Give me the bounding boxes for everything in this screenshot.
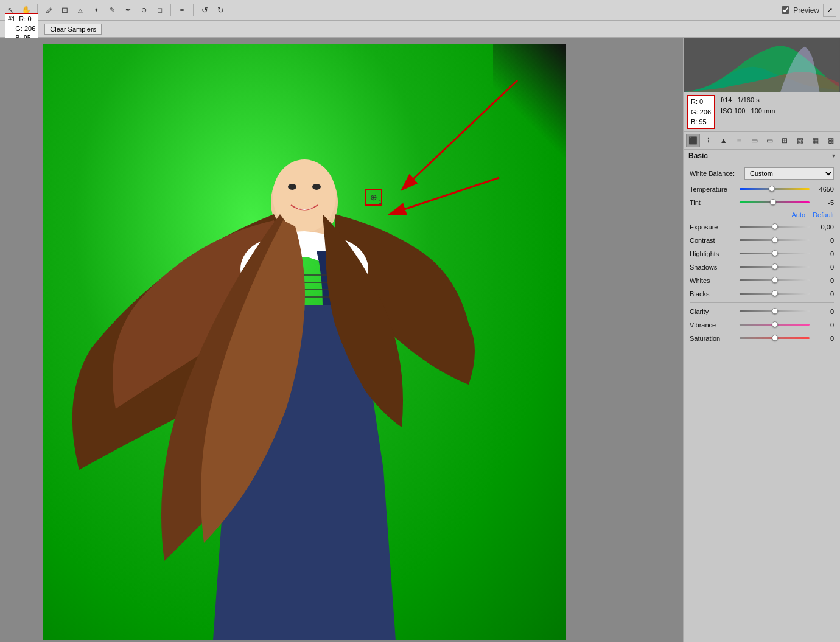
contrast-slider[interactable]: [740, 236, 810, 245]
clarity-row: Clarity 0: [690, 307, 834, 316]
main-toolbar: ↖ ✋ 🖉 ⊡ △ ✦ ✎ ✒ ⊕ ◻ ≡ ↺ ↻ Preview ⤢: [0, 0, 840, 21]
b-value: 95: [699, 118, 706, 125]
white-balance-select[interactable]: Custom As Shot Auto Daylight Cloudy Shad…: [744, 167, 834, 180]
collapse-icon[interactable]: ▾: [832, 152, 835, 159]
rgb-values-box: R: 0 G: 206 B: 95: [687, 95, 715, 129]
g-value: 206: [700, 108, 711, 116]
exposure-value: 0,00: [812, 223, 834, 231]
undo-btn[interactable]: ↺: [198, 4, 211, 17]
iso: ISO 100: [721, 107, 745, 114]
auto-default-row: Auto Default: [690, 211, 834, 218]
exposure-label: Exposure: [690, 223, 737, 231]
divider-1: [690, 302, 834, 303]
highlights-thumb[interactable]: [772, 250, 778, 256]
histogram-chart: [684, 38, 840, 92]
svg-point-2: [288, 184, 296, 190]
exposure-thumb[interactable]: [772, 223, 778, 229]
clone-tool[interactable]: ⊕: [137, 4, 150, 17]
shadows-thumb[interactable]: [772, 263, 778, 270]
contrast-row: Contrast 0: [690, 236, 834, 245]
tint-thumb[interactable]: [770, 199, 776, 205]
saturation-value: 0: [812, 335, 834, 342]
crop-tool[interactable]: ⊡: [58, 4, 71, 17]
erase-tool[interactable]: ◻: [153, 4, 166, 17]
sampler-r: 0: [27, 15, 31, 23]
hsl-btn[interactable]: ▲: [716, 134, 730, 147]
contrast-label: Contrast: [690, 237, 737, 244]
rgb-info-bar: R: 0 G: 206 B: 95 f/14 1/160 s ISO 100 1…: [684, 92, 840, 132]
eyedropper-tool[interactable]: 🖉: [42, 4, 55, 17]
shadows-slider[interactable]: [740, 262, 810, 272]
blacks-value: 0: [812, 290, 834, 298]
temperature-row: Temperature 4650: [690, 184, 834, 194]
temperature-value: 4650: [812, 186, 834, 193]
straighten-tool[interactable]: △: [74, 4, 87, 17]
saturation-thumb[interactable]: [772, 335, 778, 341]
camera-calib-btn[interactable]: ▧: [793, 134, 807, 147]
effects-btn[interactable]: ⊞: [778, 134, 792, 147]
presets-btn[interactable]: ▦: [808, 134, 822, 147]
auto-btn[interactable]: Auto: [792, 211, 806, 218]
contrast-thumb[interactable]: [772, 237, 778, 243]
exposure-slider[interactable]: [740, 222, 810, 232]
white-balance-row: White Balance: Custom As Shot Auto Dayli…: [690, 167, 834, 180]
default-btn[interactable]: Default: [813, 211, 834, 218]
sampler-label: #1: [8, 15, 15, 23]
expand-btn[interactable]: ⤢: [823, 4, 836, 17]
lens-btn[interactable]: ▭: [763, 134, 777, 147]
focal-length: 100 mm: [751, 107, 775, 114]
histogram-panel-btn[interactable]: ⬛: [686, 134, 700, 147]
highlights-label: Highlights: [690, 250, 737, 257]
clarity-label: Clarity: [690, 308, 737, 315]
toolbar-separator-3: [193, 4, 194, 16]
tint-label: Tint: [690, 199, 737, 206]
vibrance-slider[interactable]: [740, 320, 810, 330]
pen-tool[interactable]: ✒: [121, 4, 135, 17]
sampler-bar: #1 R: 0 G: 206 B: 95 Clear Samplers: [0, 21, 840, 38]
f-stop: f/14: [721, 96, 732, 103]
blacks-slider[interactable]: [740, 289, 810, 299]
snapshots-btn[interactable]: ▩: [824, 134, 838, 147]
vibrance-row: Vibrance 0: [690, 320, 834, 330]
highlights-value: 0: [812, 250, 834, 257]
wb-label: White Balance:: [690, 170, 744, 177]
temperature-slider[interactable]: [740, 184, 810, 194]
b-label: B:: [691, 118, 699, 125]
blacks-thumb[interactable]: [772, 290, 778, 296]
basic-panel-header: Basic ▾: [684, 150, 840, 162]
g-label: G:: [691, 108, 700, 116]
preview-checkbox[interactable]: [782, 6, 789, 14]
blacks-label: Blacks: [690, 290, 737, 298]
whites-thumb[interactable]: [772, 277, 778, 283]
saturation-label: Saturation: [690, 335, 737, 342]
tint-slider[interactable]: [740, 198, 810, 208]
highlights-slider[interactable]: [740, 249, 810, 259]
vibrance-thumb[interactable]: [772, 321, 778, 327]
heal-tool[interactable]: ✦: [89, 4, 103, 17]
whites-value: 0: [812, 277, 834, 284]
detail-btn[interactable]: ▭: [747, 134, 761, 147]
temperature-thumb[interactable]: [769, 186, 775, 192]
main-area: ⊕ 1: [0, 38, 840, 642]
tone-curve-btn[interactable]: ⌇: [701, 134, 715, 147]
preview-area: Preview ⤢: [782, 4, 836, 17]
saturation-slider[interactable]: [740, 333, 810, 343]
redo-btn[interactable]: ↻: [214, 4, 227, 17]
list-tool[interactable]: ≡: [175, 4, 189, 17]
shadows-value: 0: [812, 263, 834, 271]
clear-samplers-btn[interactable]: Clear Samplers: [44, 24, 102, 35]
vibrance-label: Vibrance: [690, 321, 737, 329]
blacks-row: Blacks 0: [690, 289, 834, 299]
clarity-thumb[interactable]: [772, 308, 778, 314]
temperature-label: Temperature: [690, 186, 737, 193]
clarity-slider[interactable]: [740, 307, 810, 316]
sampler-g: 206: [24, 25, 35, 32]
right-panel: R: 0 G: 206 B: 95 f/14 1/160 s ISO 100 1…: [683, 38, 840, 642]
brush-tool[interactable]: ✎: [105, 4, 119, 17]
photo-background: ⊕ 1: [43, 44, 566, 640]
shadows-row: Shadows 0: [690, 262, 834, 272]
photo-container: ⊕ 1: [43, 44, 566, 640]
whites-slider[interactable]: [740, 276, 810, 285]
canvas-area[interactable]: ⊕ 1: [0, 38, 683, 642]
split-tone-btn[interactable]: ≡: [732, 134, 746, 147]
